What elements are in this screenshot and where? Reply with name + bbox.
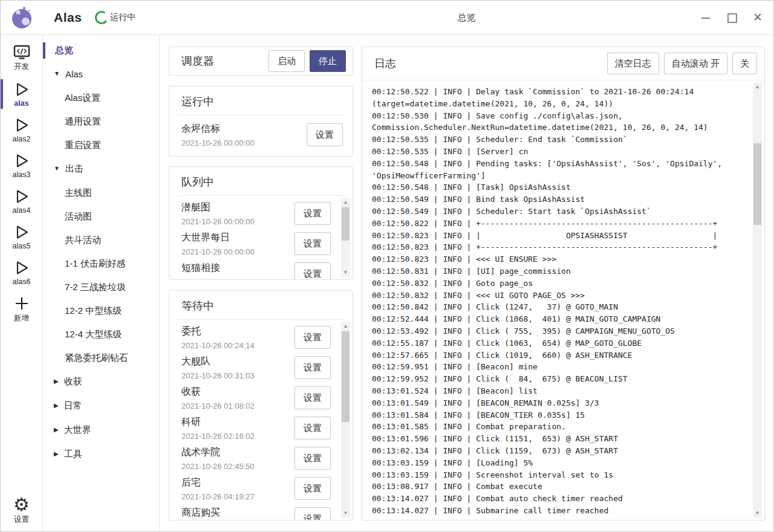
task-row: 短猫相接2021-10-26 00:00:00设置 (181, 259, 331, 279)
task-name: 收获 (181, 385, 294, 398)
task-name: 大舰队 (181, 355, 294, 368)
sidebar-item-settings[interactable]: ⚙ 设置 (1, 491, 42, 529)
task-time: 2021-10-26 00:00:00 (181, 277, 294, 280)
scheduler-column: 调度器 启动 停止 运行中余烬信标2021-10-26 00:00:00设置队列… (160, 35, 362, 531)
nav-item-收获[interactable]: ▶收获 (43, 374, 159, 390)
nav-item-1-1 伏击刷好感[interactable]: 1-1 伏击刷好感 (43, 256, 159, 272)
task-settings-button[interactable]: 设置 (307, 123, 343, 146)
scheduler-status: 运行中 (95, 11, 135, 24)
log-title: 日志 (374, 56, 602, 71)
task-settings-button[interactable]: 设置 (294, 447, 331, 470)
task-settings-button[interactable]: 设置 (294, 356, 331, 379)
nav-item-label: 主线图 (65, 187, 92, 199)
nav-item-Alas设置[interactable]: Alas设置 (43, 90, 159, 106)
nav-item-重启设置[interactable]: 重启设置 (43, 137, 159, 154)
sidebar-item-alas4[interactable]: alas4 (1, 183, 42, 219)
task-name: 委托 (181, 325, 294, 338)
nav-item-活动图[interactable]: 活动图 (43, 209, 159, 225)
nav-item-label: 通用设置 (65, 116, 101, 128)
task-list: 余烬信标2021-10-26 00:00:00设置 (169, 115, 353, 156)
scroll-down-icon[interactable]: ▼ (753, 509, 762, 517)
scrollbar[interactable]: ▲▼ (341, 198, 350, 277)
nav-item-工具[interactable]: ▶工具 (43, 446, 159, 462)
task-row: 余烬信标2021-10-26 00:00:00设置 (181, 120, 343, 150)
sidebar-item-label: 开发 (14, 62, 29, 72)
nav-item-主线图[interactable]: 主线图 (43, 185, 159, 201)
task-list: 委托2021-10-26 00:24:14设置大舰队2021-10-26 00:… (169, 320, 353, 520)
task-settings-button[interactable]: 设置 (294, 417, 331, 440)
nav-item-Alas[interactable]: ▼Alas (43, 66, 159, 82)
nav-item-大世界[interactable]: ▶大世界 (43, 422, 159, 438)
nav-item-12-2 中型练级[interactable]: 12-2 中型练级 (43, 303, 159, 319)
sidebar-item-label: 新增 (14, 313, 29, 323)
stop-button[interactable]: 停止 (310, 50, 346, 72)
clear-log-button[interactable]: 清空日志 (607, 53, 659, 74)
task-time: 2021-10-26 01:08:02 (181, 401, 294, 411)
log-header: 日志 清空日志 自动滚动 开 关 (362, 47, 764, 80)
log-off-button[interactable]: 关 (732, 53, 757, 74)
task-list: 潜艇图2021-10-26 00:00:00设置大世界每日2021-10-26 … (169, 196, 353, 279)
nav-item-日常[interactable]: ▶日常 (43, 398, 159, 414)
task-settings-button[interactable]: 设置 (294, 477, 331, 500)
scrollbar-thumb[interactable] (342, 207, 350, 241)
task-row: 战术学院2021-10-26 02:45:50设置 (181, 443, 331, 473)
start-button[interactable]: 启动 (268, 50, 305, 72)
scheduler-card: 调度器 启动 停止 (169, 47, 353, 76)
log-text: 00:12:50.522 | INFO | Delay task `Commis… (362, 80, 764, 517)
task-time: 2021-10-26 00:00:00 (181, 216, 294, 227)
task-settings-button[interactable]: 设置 (294, 232, 331, 255)
nav-item-总览[interactable]: 总览 (43, 42, 159, 59)
sidebar-item-alas5[interactable]: alas5 (1, 219, 42, 255)
sidebar-item-dev[interactable]: 开发 (1, 39, 42, 76)
sidebar-item-alas[interactable]: alas (1, 76, 42, 112)
scroll-up-icon[interactable]: ▲ (341, 322, 350, 331)
section-title: 队列中 (169, 167, 353, 195)
running-card: 运行中余烬信标2021-10-26 00:00:00设置 (169, 86, 353, 157)
sidebar-item-alas3[interactable]: alas3 (1, 148, 42, 183)
status-label: 运行中 (110, 12, 135, 23)
scroll-up-icon[interactable]: ▲ (341, 198, 350, 207)
log-scrollbar[interactable]: ▲ ▼ (753, 83, 762, 517)
scroll-down-icon[interactable]: ▼ (341, 509, 350, 517)
nav-item-label: Alas (65, 69, 83, 79)
sidebar-item-alas2[interactable]: alas2 (1, 112, 42, 148)
play-icon (13, 224, 30, 241)
task-row: 大舰队2021-10-26 00:31:03设置 (181, 352, 331, 383)
nav-item-7-2 三战捡垃圾[interactable]: 7-2 三战捡垃圾 (43, 279, 159, 296)
nav-item-共斗活动[interactable]: 共斗活动 (43, 232, 159, 248)
nav-item-label: 紧急委托刷钻石 (65, 352, 128, 364)
nav-item-出击[interactable]: ▼出击 (43, 161, 159, 177)
task-info: 战术学院2021-10-26 02:45:50 (181, 446, 294, 472)
task-settings-button[interactable]: 设置 (294, 386, 331, 409)
close-icon[interactable]: ✕ (753, 13, 763, 22)
chevron-down-icon: ▼ (54, 165, 60, 172)
task-settings-button[interactable]: 设置 (294, 202, 331, 225)
play-icon (13, 152, 30, 169)
task-settings-button[interactable]: 设置 (294, 507, 331, 520)
scrollbar-thumb[interactable] (342, 331, 350, 422)
maximize-icon[interactable] (727, 13, 737, 22)
play-icon (13, 117, 30, 134)
scrollbar-thumb[interactable] (753, 143, 761, 225)
autoscroll-toggle-button[interactable]: 自动滚动 开 (664, 53, 727, 74)
task-info: 潜艇图2021-10-26 00:00:00 (181, 201, 294, 227)
task-row: 大世界每日2021-10-26 00:00:00设置 (181, 229, 331, 259)
nav-item-12-4 大型练级[interactable]: 12-4 大型练级 (43, 326, 159, 343)
task-info: 大世界每日2021-10-26 00:00:00 (181, 231, 294, 257)
sidebar-item-add[interactable]: 新增 (1, 290, 42, 328)
nav-item-label: 7-2 三战捡垃圾 (65, 282, 126, 293)
task-name: 潜艇图 (181, 201, 294, 214)
nav-item-通用设置[interactable]: 通用设置 (43, 114, 159, 130)
section-title: 运行中 (169, 86, 353, 115)
minimize-icon[interactable] (701, 13, 711, 22)
sidebar-item-alas6[interactable]: alas6 (1, 255, 42, 290)
section-title: 等待中 (169, 291, 353, 319)
scroll-down-icon[interactable]: ▼ (341, 268, 350, 277)
queue-card: 队列中潜艇图2021-10-26 00:00:00设置大世界每日2021-10-… (169, 166, 353, 280)
task-settings-button[interactable]: 设置 (294, 326, 331, 349)
task-settings-button[interactable]: 设置 (294, 262, 331, 279)
scrollbar[interactable]: ▲▼ (341, 322, 350, 517)
nav-item-label: 重启设置 (65, 140, 101, 151)
scroll-up-icon[interactable]: ▲ (753, 83, 762, 91)
nav-item-紧急委托刷钻石[interactable]: 紧急委托刷钻石 (43, 350, 159, 366)
